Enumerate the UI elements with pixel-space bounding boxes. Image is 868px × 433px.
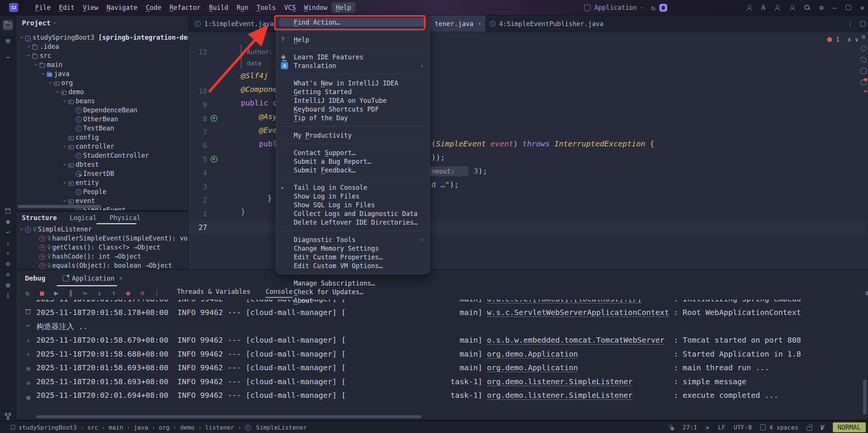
menu-item[interactable]: About <box>276 296 429 305</box>
menu-item[interactable] <box>276 140 429 148</box>
tab-logical[interactable]: Logical <box>70 214 97 222</box>
breadcrumb-item[interactable]: java <box>133 424 148 431</box>
line-number[interactable]: 5 <box>188 154 207 164</box>
settings-icon[interactable]: ⚙ <box>3 258 13 269</box>
tab-threads-variables[interactable]: Threads & Variables <box>177 288 250 298</box>
rerun-icon[interactable]: ↻ <box>651 3 655 12</box>
translate-icon[interactable]: A <box>761 4 766 11</box>
line-number[interactable]: 27 <box>188 222 207 232</box>
menu-item[interactable] <box>276 174 429 183</box>
menu-item[interactable]: Submit a Bug Report… <box>276 157 429 166</box>
tree-chevron-icon[interactable] <box>25 52 32 59</box>
tree-chevron-icon[interactable] <box>40 70 46 77</box>
menu-bar-item[interactable]: File <box>31 2 55 13</box>
tree-chevron-icon[interactable] <box>18 34 25 41</box>
project-tree-item[interactable]: config <box>16 133 188 142</box>
menu-item[interactable]: Tail Log in Console <box>276 183 429 192</box>
step-into-icon[interactable]: ↓ <box>95 289 104 297</box>
tree-chevron-icon[interactable] <box>61 143 68 150</box>
line-number[interactable]: 10 <box>188 86 207 96</box>
editor-tab[interactable]: 1:SimpleEvent.java <box>189 16 279 32</box>
menu-item[interactable]: What's New in IntelliJ IDEA <box>276 79 429 87</box>
profile-icon[interactable] <box>774 5 780 10</box>
project-tree-item[interactable]: TestBean <box>16 124 188 133</box>
chevron-down-icon[interactable]: › <box>52 21 58 24</box>
structure-item[interactable]: equals(Object): boolean →Object <box>16 261 188 270</box>
line-number[interactable]: 7 <box>188 127 207 137</box>
caret-position[interactable]: 27:1 <box>682 424 697 431</box>
menu-item[interactable] <box>276 227 429 235</box>
file-encoding[interactable]: UTF-8 <box>734 424 752 431</box>
debug-session-icon[interactable] <box>659 4 667 12</box>
menu-bar-item[interactable]: Edit <box>55 2 79 13</box>
structure-item[interactable]: getClass(): Class<?> →Object <box>16 243 188 252</box>
menu-bar-item[interactable]: Tools <box>253 2 280 13</box>
menu-item[interactable]: IntelliJ IDEA on YouTube <box>276 96 429 105</box>
breadcrumb-item[interactable]: listener <box>205 424 234 431</box>
clear-console-icon[interactable] <box>24 307 33 315</box>
line-number[interactable]: 6 <box>188 141 207 151</box>
unlock-icon[interactable] <box>807 427 812 431</box>
menu-item[interactable]: Show SQL Log in Files <box>276 200 429 209</box>
run-configuration-select[interactable]: Application <box>594 4 637 11</box>
menu-bar-item[interactable]: Run <box>232 2 253 13</box>
menu-item[interactable] <box>276 26 429 35</box>
structure-item[interactable]: hashCode(): int →Object <box>16 252 188 261</box>
breadcrumb-item[interactable]: studySpringBoot3 <box>19 424 77 431</box>
console-output[interactable]: ↩ ↓ ↑ ⚙ ⊘ ▤ 2025-11-18T20:01:58.177+08:0… <box>16 300 868 417</box>
tab-physical[interactable]: Physical <box>110 214 141 222</box>
line-number[interactable]: 9 <box>188 100 207 110</box>
project-tree-item[interactable]: entity <box>16 178 188 187</box>
minimize-button[interactable]: — <box>832 4 837 12</box>
vim-mode-badge[interactable]: NORMAL <box>833 422 866 432</box>
previous-highlight-icon[interactable]: ∧ <box>848 36 851 43</box>
project-tree-item[interactable]: dbtest <box>16 160 188 169</box>
scroll-down-icon[interactable]: ↓ <box>3 237 13 248</box>
menu-item[interactable] <box>276 44 429 53</box>
line-number[interactable]: 2 <box>188 195 207 205</box>
tree-chevron-icon[interactable] <box>18 226 25 233</box>
line-separator[interactable]: LF <box>718 424 725 431</box>
menu-bar-item[interactable]: Code <box>142 2 166 13</box>
project-tree-item[interactable]: demo <box>16 87 188 96</box>
line-number[interactable]: 3 <box>188 182 207 191</box>
code-with-me-status-icon[interactable] <box>668 425 674 430</box>
console-class-link[interactable]: org.demo.listener.SimpleListener <box>487 377 632 386</box>
info-icon[interactable]: i <box>3 290 13 301</box>
ai-plugin-icon[interactable]: ∗ <box>705 423 710 431</box>
view-breakpoints-icon[interactable]: ◉ <box>124 289 132 297</box>
project-tree-item[interactable]: studySpringBoot3 [springb-integration-de… <box>16 33 188 42</box>
console-filter-icon[interactable]: ⊘ <box>24 379 33 387</box>
structure-item[interactable]: handlerSimpleEvent(SimpleEvent): void <box>16 234 188 243</box>
scroll-to-end-icon[interactable]: ↓ <box>24 336 33 344</box>
split-editor-icon[interactable] <box>860 21 865 26</box>
more-icon[interactable]: ⋮ <box>153 289 161 297</box>
vim-plugin-icon[interactable]: V <box>820 424 825 431</box>
tree-chevron-icon[interactable] <box>47 79 53 86</box>
console-class-link[interactable]: org.demo.Application <box>487 363 578 372</box>
structure-item[interactable]: SimpleListener <box>16 225 188 234</box>
editor-tab-active[interactable]: tener.java × <box>429 16 485 32</box>
console-history-icon[interactable]: ▤ <box>24 393 33 402</box>
step-out-icon[interactable]: ↑ <box>110 289 118 297</box>
pause-icon[interactable]: ∥ <box>67 289 75 297</box>
console-layout-icon[interactable]: ▤ <box>3 279 13 290</box>
project-tree-item[interactable]: src <box>16 51 188 60</box>
database-icon[interactable] <box>859 67 868 76</box>
menu-item[interactable]: Edit Custom Properties… <box>276 253 429 261</box>
project-tree-item[interactable]: StudentController <box>16 151 188 160</box>
tree-chevron-icon[interactable] <box>25 43 32 50</box>
project-tree-item[interactable]: event <box>16 196 188 205</box>
breadcrumb-item[interactable]: demo <box>180 424 195 431</box>
mute-breakpoints-icon[interactable]: ⊘ <box>138 289 147 297</box>
project-tree-item[interactable]: .idea <box>16 42 188 51</box>
console-class-link[interactable]: o.s.b.w.embedded.tomcat.TomcatWebServer <box>487 335 665 345</box>
breadcrumb-item[interactable]: org <box>159 424 170 431</box>
project-tree-item[interactable]: People <box>16 187 188 196</box>
debug-tool-window-button[interactable]: ◉ <box>3 216 13 227</box>
menu-item[interactable]: Manage Subscriptions… <box>276 279 429 287</box>
project-tree-item[interactable]: controller <box>16 142 188 151</box>
breadcrumb-item[interactable]: main <box>108 424 123 431</box>
menu-item[interactable]: Collect Logs and Diagnostic Data <box>276 209 429 218</box>
project-horizontal-scrollbar[interactable] <box>18 205 101 208</box>
